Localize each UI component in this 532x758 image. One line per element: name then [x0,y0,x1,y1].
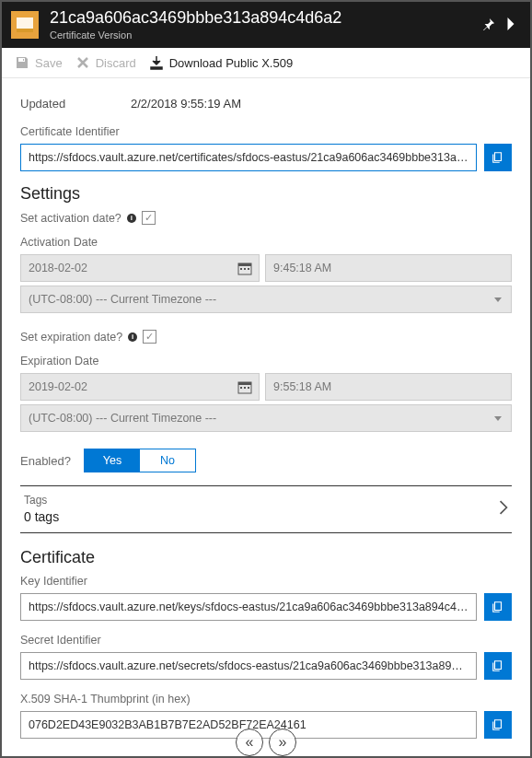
svg-rect-8 [240,387,242,389]
secret-id-label: Secret Identifier [20,634,512,647]
expiration-date-input[interactable]: 2019-02-02 [20,373,260,401]
certificate-heading: Certificate [20,548,512,567]
save-icon [15,55,29,70]
copy-icon [492,151,504,164]
discard-button: Discard [75,55,136,70]
chevron-right-icon [499,500,508,518]
expiration-date-label: Expiration Date [20,355,512,367]
copy-icon [492,659,504,672]
activation-date-input[interactable]: 2018-02-02 [20,254,260,282]
blade-title: 21ca9a606ac3469bbbe313a894c4d6a2 [50,8,477,29]
discard-label: Discard [96,56,136,70]
svg-rect-0 [151,67,162,69]
copy-secret-id-button[interactable] [484,652,512,680]
calendar-icon[interactable] [235,377,255,397]
tags-label: Tags [24,494,59,508]
enabled-yes[interactable]: Yes [85,449,140,472]
key-id-input[interactable] [20,593,477,621]
secret-id-input[interactable] [20,652,477,680]
download-icon [149,55,164,70]
cert-id-label: Certificate Identifier [20,125,512,138]
svg-rect-9 [244,387,246,389]
download-button[interactable]: Download Public X.509 [149,55,293,70]
cert-id-input[interactable] [20,144,477,171]
blade-subtitle: Certificate Version [50,29,477,41]
blade-header: 21ca9a606ac3469bbbe313a894c4d6a2 Certifi… [2,2,530,48]
calendar-icon[interactable] [235,258,255,278]
updated-value: 2/2/2018 9:55:19 AM [131,97,241,111]
updated-label: Updated [20,97,131,111]
updated-row: Updated 2/2/2018 9:55:19 AM [20,97,512,111]
svg-rect-3 [240,268,242,270]
nav-next-button[interactable]: » [269,729,296,756]
save-label: Save [35,56,63,70]
copy-thumbprint-button[interactable] [484,711,512,739]
expiration-time-input[interactable]: 9:55:18 AM [265,373,512,401]
certificate-icon [11,11,39,39]
copy-cert-id-button[interactable] [484,144,512,171]
activation-tz-select[interactable]: (UTC-08:00) --- Current Timezone --- [20,286,512,313]
pin-icon[interactable] [477,17,501,33]
tags-row[interactable]: Tags 0 tags [20,485,512,533]
download-label: Download Public X.509 [169,56,293,70]
copy-key-id-button[interactable] [484,593,512,621]
chevron-right-icon[interactable] [501,17,521,33]
set-activation-label: Set activation date? i ✓ [20,211,512,225]
enabled-toggle[interactable]: Yes No [84,449,196,472]
copy-icon [492,718,504,731]
settings-heading: Settings [20,184,512,204]
key-id-label: Key Identifier [20,575,512,588]
nav-prev-button[interactable]: « [236,729,263,756]
activation-time-input[interactable]: 9:45:18 AM [265,254,512,282]
close-icon [75,55,90,70]
set-expiration-checkbox[interactable]: ✓ [143,330,156,344]
toolbar: Save Discard Download Public X.509 [2,48,530,78]
svg-rect-2 [238,263,251,266]
svg-rect-4 [244,268,246,270]
activation-date-label: Activation Date [20,236,512,249]
set-expiration-label: Set expiration date? i ✓ [20,330,512,344]
svg-rect-5 [248,268,249,270]
enabled-no[interactable]: No [140,449,195,472]
svg-rect-7 [238,382,251,385]
info-icon[interactable]: i [127,214,136,223]
save-button: Save [15,55,63,70]
thumbprint-label: X.509 SHA-1 Thumbprint (in hex) [20,693,512,706]
info-icon[interactable]: i [128,332,137,342]
enabled-label: Enabled? [20,454,71,468]
svg-rect-10 [248,387,249,389]
copy-icon [492,601,504,613]
nav-circles: « » [236,729,296,756]
expiration-tz-select[interactable]: (UTC-08:00) --- Current Timezone --- [20,404,512,432]
set-activation-checkbox[interactable]: ✓ [142,211,156,225]
tags-count: 0 tags [24,508,59,525]
